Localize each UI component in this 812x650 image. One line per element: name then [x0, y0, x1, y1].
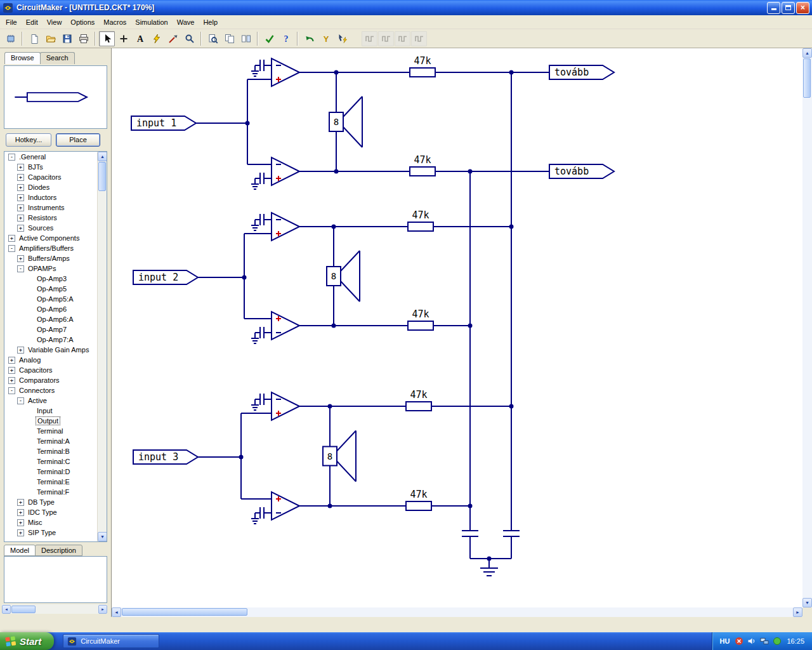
tree-item-op-amp7[interactable]: Op-Amp7 [4, 324, 97, 335]
scrollbar-thumb[interactable] [98, 162, 106, 191]
tree-scrollbar[interactable]: ▲ ▼ [97, 152, 107, 541]
tree-item-opamps[interactable]: -OPAMPs [4, 263, 97, 274]
tab-search[interactable]: Search [40, 52, 75, 64]
tree-item-op-amp6-a[interactable]: Op-Amp6:A [4, 314, 97, 324]
tree-item-misc[interactable]: +Misc [4, 517, 97, 527]
menu-simulation[interactable]: Simulation [131, 16, 172, 29]
scroll-down-arrow[interactable]: ▼ [802, 598, 812, 607]
resistor[interactable] [408, 222, 433, 231]
tree-item-instruments[interactable]: +Instruments [4, 202, 97, 213]
tree-item-active[interactable]: -Active [4, 395, 97, 406]
tree-item-capacitors[interactable]: +Capacitors [4, 172, 97, 182]
tree-item-buffers-amps[interactable]: +Buffers/Amps [4, 253, 97, 263]
schematic-canvas[interactable]: 47k47k8input 147k47k8input 247k47k8input… [112, 48, 812, 617]
expand-icon[interactable]: + [8, 235, 15, 242]
expand-icon[interactable]: + [17, 529, 24, 536]
tree-item--general[interactable]: -.General [4, 152, 97, 162]
resistor[interactable] [408, 321, 433, 330]
menu-wave[interactable]: Wave [173, 16, 199, 29]
tree-item-sources[interactable]: +Sources [4, 223, 97, 233]
status-icon[interactable] [773, 637, 782, 646]
tree-item-terminal-f[interactable]: Terminal:F [4, 487, 97, 497]
collapse-icon[interactable]: - [8, 387, 15, 394]
tree-item-terminal-e[interactable]: Terminal:E [4, 477, 97, 487]
run-simulation-button[interactable] [148, 31, 164, 46]
canvas-vertical-scrollbar[interactable]: ▲ ▼ [802, 48, 812, 607]
tree-item-sip-type[interactable]: +SIP Type [4, 527, 97, 538]
tree-item-connectors[interactable]: -Connectors [4, 385, 97, 395]
collapse-icon[interactable]: - [17, 397, 24, 404]
expand-icon[interactable]: + [8, 367, 15, 374]
resistor[interactable] [410, 167, 435, 176]
maximize-button[interactable] [782, 2, 795, 14]
tree-item-capacitors[interactable]: +Capacitors [4, 365, 97, 375]
opamp[interactable] [272, 492, 299, 520]
scrollbar-thumb[interactable] [11, 606, 36, 613]
probe-tool-button[interactable] [165, 31, 181, 46]
expand-icon[interactable]: + [17, 509, 24, 516]
expand-icon[interactable]: + [8, 357, 15, 364]
menu-edit[interactable]: Edit [22, 16, 43, 29]
expand-icon[interactable]: + [17, 184, 24, 191]
tree-item-terminal[interactable]: Terminal [4, 426, 97, 436]
minimize-button[interactable] [767, 2, 780, 14]
scrollbar-thumb[interactable] [122, 608, 247, 616]
zoom-tool-button[interactable] [181, 31, 197, 46]
volume-icon[interactable] [747, 637, 756, 646]
tree-item-analog[interactable]: +Analog [4, 355, 97, 365]
scrollbar-thumb[interactable] [803, 58, 811, 98]
scroll-up-arrow[interactable]: ▲ [98, 152, 107, 161]
collapse-icon[interactable]: - [8, 154, 15, 161]
collapse-icon[interactable]: - [17, 265, 24, 272]
expand-icon[interactable]: + [17, 164, 24, 171]
scroll-down-arrow[interactable]: ▼ [98, 532, 107, 541]
language-indicator[interactable]: HU [720, 637, 730, 645]
split-view-button[interactable] [238, 31, 254, 46]
undo-button[interactable] [301, 31, 317, 46]
opamp[interactable] [272, 312, 299, 340]
expand-icon[interactable]: + [17, 194, 24, 201]
expand-icon[interactable]: + [17, 347, 24, 354]
menu-macros[interactable]: Macros [99, 16, 131, 29]
tree-item-idc-type[interactable]: +IDC Type [4, 507, 97, 517]
place-button[interactable]: Place [56, 133, 100, 147]
taskbar-app-button[interactable]: CircuitMaker [63, 634, 159, 648]
speaker-cone[interactable] [341, 251, 360, 271]
waveform-probe-button[interactable]: Y [318, 31, 334, 46]
tree-item-inductors[interactable]: +Inductors [4, 192, 97, 202]
expand-icon[interactable]: + [17, 499, 24, 506]
close-button[interactable]: × [796, 2, 809, 14]
print-button[interactable] [75, 31, 91, 46]
scroll-right-arrow[interactable]: ► [98, 605, 107, 614]
tab-browse[interactable]: Browse [4, 52, 41, 64]
tree-item-terminal-d[interactable]: Terminal:D [4, 467, 97, 477]
auto-wire-button[interactable] [334, 31, 350, 46]
security-icon[interactable] [735, 637, 743, 646]
speaker-cone[interactable] [337, 461, 356, 482]
save-file-button[interactable] [59, 31, 75, 46]
speaker-cone[interactable] [337, 431, 356, 451]
tree-item-comparators[interactable]: +Comparators [4, 375, 97, 385]
tree-item-resistors[interactable]: +Resistors [4, 213, 97, 223]
menu-options[interactable]: Options [66, 16, 99, 29]
tree-item-variable-gain-amps[interactable]: +Variable Gain Amps [4, 345, 97, 355]
opamp[interactable] [272, 157, 299, 185]
expand-icon[interactable]: + [8, 377, 15, 384]
tree-item-bjts[interactable]: +BJTs [4, 162, 97, 172]
select-tool-button[interactable] [99, 31, 115, 46]
resistor[interactable] [406, 501, 431, 510]
expand-icon[interactable]: + [17, 174, 24, 181]
tree-item-op-amp7-a[interactable]: Op-Amp7:A [4, 335, 97, 345]
wire-tool-button[interactable] [115, 31, 131, 46]
open-file-button[interactable] [43, 31, 58, 46]
expand-icon[interactable]: + [17, 204, 24, 211]
tree-item-db-type[interactable]: +DB Type [4, 497, 97, 507]
canvas-horizontal-scrollbar[interactable]: ◄ ► [112, 607, 802, 617]
design-check-button[interactable] [261, 31, 277, 46]
opamp[interactable] [272, 58, 299, 86]
opamp[interactable] [272, 213, 299, 241]
network-icon[interactable] [760, 637, 769, 646]
tree-item-op-amp3[interactable]: Op-Amp3 [4, 274, 97, 284]
opamp[interactable] [272, 392, 299, 420]
resistor[interactable] [410, 68, 435, 77]
